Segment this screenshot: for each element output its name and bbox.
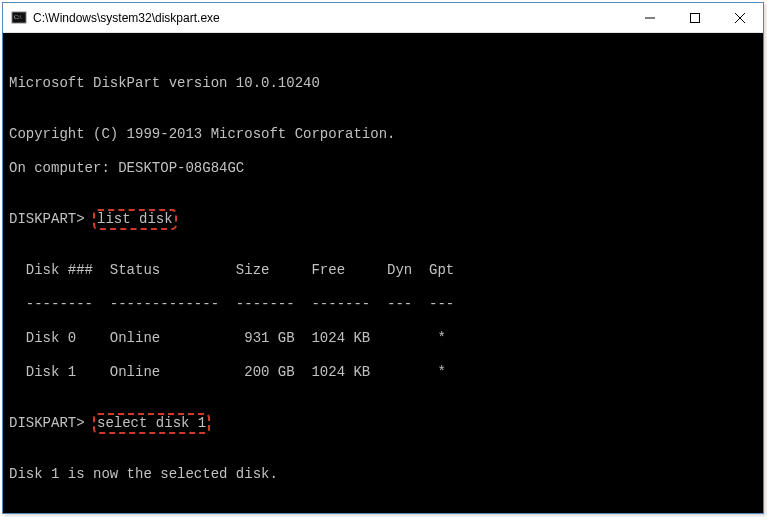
maximize-button[interactable]: [672, 3, 717, 32]
console-window: C:\ C:\Windows\system32\diskpart.exe Mic…: [2, 2, 764, 514]
prompt: DISKPART>: [9, 211, 93, 227]
svg-rect-4: [690, 13, 699, 22]
svg-text:C:\: C:\: [14, 14, 22, 20]
table-row: Disk 0 Online 931 GB 1024 KB *: [9, 330, 761, 347]
prompt: DISKPART>: [9, 415, 93, 431]
minimize-button[interactable]: [627, 3, 672, 32]
app-icon: C:\: [11, 10, 27, 26]
version-line: Microsoft DiskPart version 10.0.10240: [9, 75, 761, 92]
window-controls: [627, 3, 763, 32]
table-row: Disk 1 Online 200 GB 1024 KB *: [9, 364, 761, 381]
prompt-line: DISKPART> list disk: [9, 211, 761, 228]
computer-line: On computer: DESKTOP-08G84GC: [9, 160, 761, 177]
message-line: Disk 1 is now the selected disk.: [9, 466, 761, 483]
table-header: Disk ### Status Size Free Dyn Gpt: [9, 262, 761, 279]
command-highlight: select disk 1: [93, 413, 210, 434]
window-title: C:\Windows\system32\diskpart.exe: [33, 11, 627, 25]
titlebar[interactable]: C:\ C:\Windows\system32\diskpart.exe: [3, 3, 763, 33]
table-divider: -------- ------------- ------- ------- -…: [9, 296, 761, 313]
prompt-line: DISKPART> select disk 1: [9, 415, 761, 432]
close-button[interactable]: [717, 3, 763, 32]
console-area[interactable]: Microsoft DiskPart version 10.0.10240 Co…: [3, 33, 763, 513]
copyright-line: Copyright (C) 1999-2013 Microsoft Corpor…: [9, 126, 761, 143]
command-highlight: list disk: [93, 209, 177, 230]
